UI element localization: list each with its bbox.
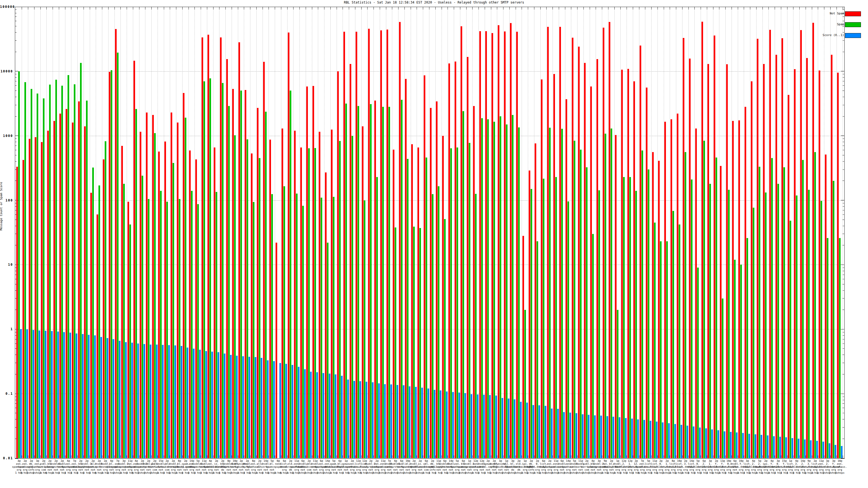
bar-score — [804, 440, 806, 458]
x-axis-label: org — [319, 468, 323, 471]
x-axis-label: org — [23, 468, 27, 471]
x-axis-label: org — [362, 468, 367, 471]
x-gridline — [355, 9, 355, 458]
bar-not-spam — [214, 148, 215, 458]
bar-not-spam — [609, 22, 610, 458]
bar-not-spam — [59, 113, 61, 458]
x-gridline — [151, 9, 152, 458]
x-axis-label: net — [368, 468, 373, 471]
x-axis-label: net — [393, 468, 398, 471]
x-tick-bottom — [516, 455, 516, 458]
x-tick-bottom — [22, 455, 22, 458]
x-tick-bottom — [115, 455, 115, 458]
x-tick-top — [238, 7, 238, 9]
x-axis-label: org — [788, 468, 793, 471]
x-tick-bottom — [133, 455, 133, 458]
x-gridline — [256, 9, 257, 458]
x-axis-label: net — [560, 468, 564, 471]
bar-spam — [623, 177, 625, 458]
x-axis-label: net — [91, 468, 95, 471]
x-gridline — [466, 9, 467, 458]
bar-score — [600, 416, 602, 458]
x-tick-bottom — [213, 455, 214, 458]
x-tick-bottom — [614, 455, 615, 458]
y-major-tick — [15, 7, 18, 7]
x-tick-top — [207, 7, 207, 9]
bar-spam — [197, 204, 199, 458]
x-axis-label: org — [66, 468, 70, 471]
x-gridline — [447, 9, 448, 458]
x-axis-label: dnsbl. — [261, 462, 271, 465]
x-axis-label: org — [659, 468, 663, 471]
x-gridline — [577, 9, 578, 458]
bar-spam — [802, 160, 804, 458]
x-gridline — [139, 9, 140, 458]
x-axis-label: dk — [289, 468, 292, 471]
x-tick-bottom — [744, 455, 744, 458]
bar-score — [390, 384, 392, 458]
x-gridline — [608, 9, 609, 458]
bar-not-spam — [695, 129, 697, 458]
x-axis-label: Y. — [832, 462, 835, 465]
bar-not-spam — [837, 73, 839, 458]
x-axis-label: org — [739, 468, 744, 471]
bar-score — [736, 432, 738, 458]
bar-score — [236, 356, 238, 458]
x-tick-top — [404, 7, 405, 9]
bar-score — [693, 426, 694, 458]
bar-score — [26, 329, 28, 458]
x-gridline — [553, 9, 553, 458]
bar-not-spam — [720, 166, 721, 458]
x-axis-label: net — [609, 468, 614, 471]
x-gridline — [614, 9, 615, 458]
bar-score — [384, 384, 386, 458]
x-axis-label: net — [591, 468, 595, 471]
x-axis-label: 11@ — [294, 459, 299, 462]
x-axis-label: 6@ — [734, 459, 737, 462]
bar-spam — [314, 148, 316, 458]
legend-label-score: Score (0..1) — [823, 33, 844, 37]
x-axis-label: net — [195, 468, 200, 471]
x-axis-label: net — [270, 468, 274, 471]
bar-not-spam — [677, 113, 678, 458]
x-axis-label: net — [301, 468, 305, 471]
y-minor-tick — [15, 91, 17, 91]
x-tick-top — [373, 7, 374, 9]
x-axis-label: org — [689, 468, 694, 471]
x-axis-label: com — [585, 468, 589, 471]
x-tick-bottom — [620, 455, 621, 458]
x-axis-label: 3@ — [709, 459, 712, 462]
bar-score — [428, 389, 429, 458]
bar-score — [242, 356, 244, 458]
bar-score — [113, 339, 114, 458]
x-gridline — [343, 9, 343, 458]
bar-score — [341, 376, 343, 458]
x-gridline — [84, 9, 84, 458]
x-tick-bottom — [300, 455, 300, 458]
x-axis-label: bl. — [177, 462, 182, 465]
x-tick-top — [447, 7, 448, 9]
x-axis-label: 1. — [628, 462, 631, 465]
x-gridline — [380, 9, 380, 458]
bar-not-spam — [282, 129, 283, 458]
x-tick-top — [380, 7, 380, 9]
x-axis-label: 4@ — [591, 459, 594, 462]
x-tick-top — [553, 7, 553, 9]
bar-spam — [228, 106, 230, 458]
bar-score — [347, 380, 349, 458]
bar-not-spam — [35, 137, 36, 458]
x-tick-bottom — [497, 455, 497, 458]
x-axis-label: net — [97, 468, 101, 471]
bar-score — [230, 355, 231, 458]
x-axis-label: net — [479, 468, 484, 471]
x-tick-top — [343, 7, 343, 9]
x-tick-bottom — [478, 455, 479, 458]
x-tick-top — [269, 7, 269, 9]
bar-spam — [321, 198, 322, 458]
legend-label-spam: Spam — [837, 23, 844, 26]
x-axis-label: db. — [529, 462, 533, 465]
x-gridline — [435, 9, 436, 458]
bar-score — [446, 391, 447, 458]
x-axis-label: org — [726, 468, 731, 471]
x-gridline — [491, 9, 491, 458]
